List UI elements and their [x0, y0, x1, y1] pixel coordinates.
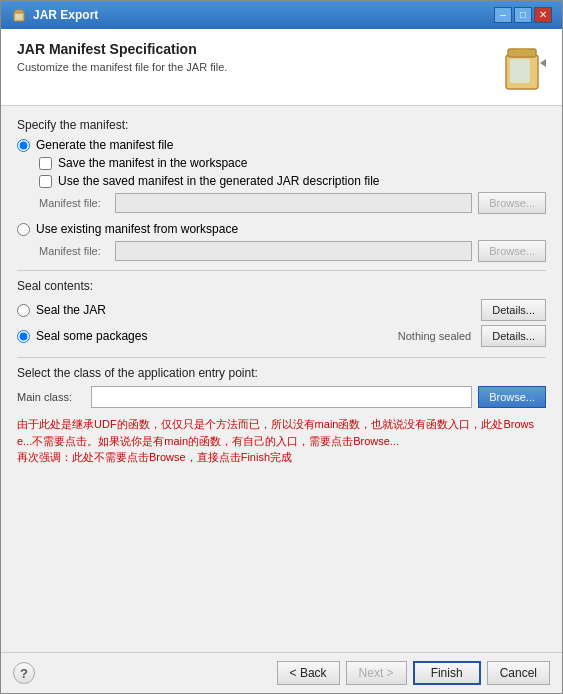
back-button[interactable]: < Back — [277, 661, 340, 685]
seal-jar-left[interactable]: Seal the JAR — [17, 303, 106, 317]
generate-manifest-radio[interactable] — [17, 139, 30, 152]
help-button[interactable]: ? — [13, 662, 35, 684]
cancel-button[interactable]: Cancel — [487, 661, 550, 685]
seal-packages-right: Nothing sealed Details... — [398, 325, 546, 347]
annotation-content: 由于此处是继承UDF的函数，仅仅只是个方法而已，所以没有main函数，也就说没有… — [17, 418, 534, 463]
seal-packages-details-button[interactable]: Details... — [481, 325, 546, 347]
svg-point-6 — [514, 48, 530, 54]
use-saved-label[interactable]: Use the saved manifest in the generated … — [58, 174, 380, 188]
manifest-section-label: Specify the manifest: — [17, 118, 546, 132]
header-section: JAR Manifest Specification Customize the… — [1, 29, 562, 106]
seal-packages-left[interactable]: Seal some packages — [17, 329, 147, 343]
seal-jar-row: Seal the JAR Details... — [17, 299, 546, 321]
footer: ? < Back Next > Finish Cancel — [1, 652, 562, 693]
use-existing-radio-item[interactable]: Use existing manifest from workspace — [17, 222, 546, 236]
seal-section-label: Seal contents: — [17, 279, 546, 293]
manifest-file-input-1[interactable] — [115, 193, 472, 213]
nothing-sealed-label: Nothing sealed — [398, 330, 471, 342]
manifest-file-label-2: Manifest file: — [39, 245, 109, 257]
svg-rect-5 — [510, 59, 530, 83]
title-bar-left: JAR Export — [11, 7, 98, 23]
minimize-button[interactable]: – — [494, 7, 512, 23]
main-class-browse-button[interactable]: Browse... — [478, 386, 546, 408]
title-bar-controls[interactable]: – □ ✕ — [494, 7, 552, 23]
seal-jar-details-button[interactable]: Details... — [481, 299, 546, 321]
seal-jar-right: Details... — [481, 299, 546, 321]
separator-2 — [17, 357, 546, 358]
browse-button-2[interactable]: Browse... — [478, 240, 546, 262]
svg-rect-2 — [16, 14, 22, 19]
browse-button-1[interactable]: Browse... — [478, 192, 546, 214]
use-existing-label[interactable]: Use existing manifest from workspace — [36, 222, 238, 236]
seal-packages-label[interactable]: Seal some packages — [36, 329, 147, 343]
seal-jar-label[interactable]: Seal the JAR — [36, 303, 106, 317]
save-manifest-checkbox-item[interactable]: Save the manifest in the workspace — [39, 156, 546, 170]
jar-export-window: JAR Export – □ ✕ JAR Manifest Specificat… — [0, 0, 563, 694]
use-saved-checkbox[interactable] — [39, 175, 52, 188]
finish-button[interactable]: Finish — [413, 661, 481, 685]
title-text: JAR Export — [33, 8, 98, 22]
maximize-button[interactable]: □ — [514, 7, 532, 23]
seal-jar-radio[interactable] — [17, 304, 30, 317]
header-text: JAR Manifest Specification Customize the… — [17, 41, 227, 73]
svg-rect-1 — [15, 10, 23, 13]
manifest-file-row-1: Manifest file: Browse... — [39, 192, 546, 214]
main-class-input[interactable] — [91, 386, 472, 408]
separator-1 — [17, 270, 546, 271]
generate-manifest-label[interactable]: Generate the manifest file — [36, 138, 173, 152]
header-title: JAR Manifest Specification — [17, 41, 227, 57]
close-button[interactable]: ✕ — [534, 7, 552, 23]
save-manifest-checkbox[interactable] — [39, 157, 52, 170]
use-saved-checkbox-item[interactable]: Use the saved manifest in the generated … — [39, 174, 546, 188]
entry-section-label: Select the class of the application entr… — [17, 366, 546, 380]
jar-icon — [498, 41, 546, 93]
footer-right: < Back Next > Finish Cancel — [277, 661, 550, 685]
main-class-label: Main class: — [17, 391, 85, 403]
manifest-file-row-2: Manifest file: Browse... — [39, 240, 546, 262]
header-subtitle: Customize the manifest file for the JAR … — [17, 61, 227, 73]
seal-packages-row: Seal some packages Nothing sealed Detail… — [17, 325, 546, 347]
jar-title-icon — [11, 7, 27, 23]
content-area: Specify the manifest: Generate the manif… — [1, 106, 562, 652]
seal-section: Seal the JAR Details... Seal some packag… — [17, 299, 546, 347]
title-bar: JAR Export – □ ✕ — [1, 1, 562, 29]
svg-marker-7 — [540, 59, 546, 67]
next-button[interactable]: Next > — [346, 661, 407, 685]
use-existing-radio[interactable] — [17, 223, 30, 236]
entry-section: Select the class of the application entr… — [17, 366, 546, 466]
main-class-row: Main class: Browse... — [17, 386, 546, 408]
footer-left: ? — [13, 662, 35, 684]
annotation-text: 由于此处是继承UDF的函数，仅仅只是个方法而已，所以没有main函数，也就说没有… — [17, 416, 546, 466]
save-manifest-label[interactable]: Save the manifest in the workspace — [58, 156, 247, 170]
generate-manifest-radio-item[interactable]: Generate the manifest file — [17, 138, 546, 152]
manifest-file-input-2[interactable] — [115, 241, 472, 261]
seal-packages-radio[interactable] — [17, 330, 30, 343]
manifest-file-label-1: Manifest file: — [39, 197, 109, 209]
